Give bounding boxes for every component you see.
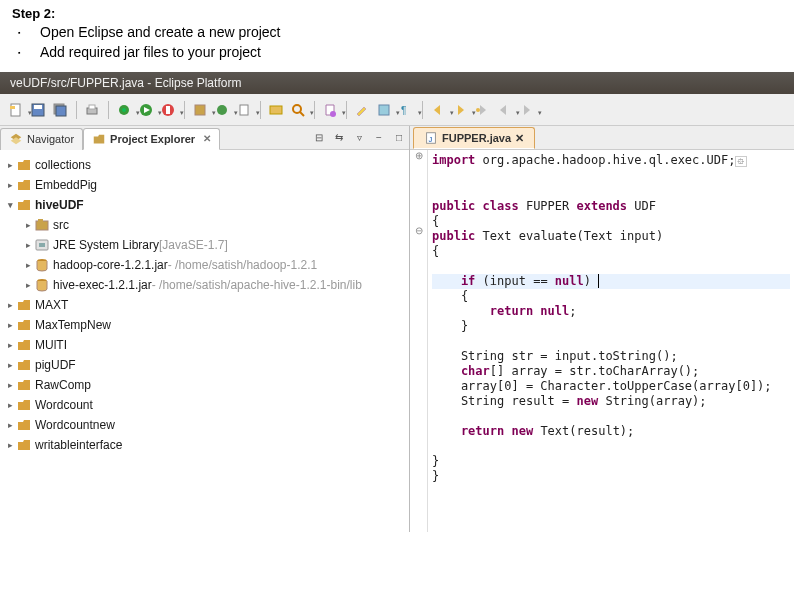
editor-close-icon[interactable]: ✕	[515, 132, 524, 145]
svg-rect-32	[39, 243, 45, 247]
navigator-tab-label: Navigator	[27, 133, 74, 145]
svg-rect-29	[36, 221, 48, 230]
highlight-button[interactable]	[352, 100, 372, 120]
new-type-button[interactable]: ▾	[234, 100, 254, 120]
project-maxt[interactable]: ▸MAXT	[4, 295, 405, 315]
debug-button[interactable]: ▾	[114, 100, 134, 120]
window-titlebar[interactable]: veUDF/src/FUPPER.java - Eclipse Platform	[0, 72, 794, 94]
svg-rect-0	[11, 104, 20, 116]
svg-point-18	[293, 105, 301, 113]
svg-point-20	[330, 111, 336, 117]
project-multi[interactable]: ▸MUlTI	[4, 335, 405, 355]
slide-top-text: Step 2: Open Eclipse and create a new pr…	[0, 0, 794, 72]
svg-point-15	[217, 105, 227, 115]
project-explorer-tab[interactable]: Project Explorer ✕	[83, 128, 220, 150]
project-embeddpig[interactable]: ▸EmbeddPig	[4, 175, 405, 195]
project-rawcomp[interactable]: ▸RawComp	[4, 375, 405, 395]
run-button[interactable]: ▾	[136, 100, 156, 120]
svg-point-26	[476, 108, 480, 112]
open-type-button[interactable]	[266, 100, 286, 120]
svg-marker-23	[434, 105, 440, 115]
link-editor-button[interactable]: ⇆	[331, 130, 347, 146]
left-panel: Navigator Project Explorer ✕ ⊟ ⇆ ▿ − □ ▸…	[0, 126, 410, 532]
last-edit-button[interactable]	[472, 100, 492, 120]
code-area[interactable]: import org.apache.hadoop.hive.ql.exec.UD…	[428, 150, 794, 532]
fold-icon-2[interactable]: ⊖	[410, 225, 427, 240]
collapse-all-button[interactable]: ⊟	[311, 130, 327, 146]
search-button[interactable]: ▾	[288, 100, 308, 120]
window-title: veUDF/src/FUPPER.java - Eclipse Platform	[10, 76, 241, 90]
svg-rect-3	[34, 105, 42, 109]
navigator-icon	[9, 132, 23, 146]
svg-text:¶: ¶	[401, 105, 406, 116]
jar-hive-exec[interactable]: ▸hive-exec-1.2.1.jar - /home/satish/apac…	[22, 275, 405, 295]
project-wordcount[interactable]: ▸Wordcount	[4, 395, 405, 415]
project-explorer-icon	[92, 132, 106, 146]
editor-gutter: ⊕ ⊖	[410, 150, 428, 532]
jar-hadoop-core[interactable]: ▸hadoop-core-1.2.1.jar - /home/satish/ha…	[22, 255, 405, 275]
prev-annotation-button[interactable]: ▾	[494, 100, 514, 120]
ext-tools-button[interactable]: ▾	[158, 100, 178, 120]
project-pigudf[interactable]: ▸pigUDF	[4, 355, 405, 375]
svg-marker-25	[480, 105, 486, 115]
svg-rect-13	[166, 106, 170, 114]
project-explorer-tab-label: Project Explorer	[110, 133, 195, 145]
java-file-icon: J	[424, 131, 438, 145]
svg-marker-24	[458, 105, 464, 115]
save-button[interactable]	[28, 100, 48, 120]
fold-icon[interactable]: ⊕	[410, 150, 427, 165]
annotations-button[interactable]: ▾	[374, 100, 394, 120]
src-folder[interactable]: ▸src	[22, 215, 405, 235]
view-menu-button[interactable]: ▿	[351, 130, 367, 146]
project-hiveudf[interactable]: ▾hiveUDF	[4, 195, 405, 215]
project-maxtempnew[interactable]: ▸MaxTempNew	[4, 315, 405, 335]
svg-marker-28	[524, 105, 530, 115]
svg-rect-1	[10, 106, 15, 109]
jre-library[interactable]: ▸JRE System Library [JavaSE-1.7]	[22, 235, 405, 255]
forward-button[interactable]: ▾	[450, 100, 470, 120]
new-button[interactable]: ▾	[6, 100, 26, 120]
editor-panel: J FUPPER.java ✕ ⊕ ⊖ import org.apache.ha…	[410, 126, 794, 532]
svg-rect-17	[270, 106, 282, 114]
whitespace-button[interactable]: ¶▾	[396, 100, 416, 120]
svg-rect-21	[379, 105, 389, 115]
editor-tab-fupper[interactable]: J FUPPER.java ✕	[413, 127, 535, 149]
next-annotation-button[interactable]: ▾	[516, 100, 536, 120]
svg-text:J: J	[428, 136, 432, 143]
print-button[interactable]	[82, 100, 102, 120]
save-all-button[interactable]	[50, 100, 70, 120]
new-class-button[interactable]: ▾	[212, 100, 232, 120]
eclipse-window: veUDF/src/FUPPER.java - Eclipse Platform…	[0, 72, 794, 532]
minimize-view-button[interactable]: −	[371, 130, 387, 146]
bullet-1: Open Eclipse and create a new project	[18, 23, 782, 43]
maximize-view-button[interactable]: □	[391, 130, 407, 146]
new-package-button[interactable]: ▾	[190, 100, 210, 120]
editor-tab-label: FUPPER.java	[442, 132, 511, 144]
svg-rect-14	[195, 105, 205, 115]
close-icon[interactable]: ✕	[203, 133, 211, 144]
project-writableinterface[interactable]: ▸writableinterface	[4, 435, 405, 455]
open-task-button[interactable]: ▾	[320, 100, 340, 120]
project-tree[interactable]: ▸collections ▸EmbeddPig ▾hiveUDF ▸src ▸J…	[0, 150, 409, 532]
back-button[interactable]: ▾	[428, 100, 448, 120]
svg-marker-27	[500, 105, 506, 115]
bullet-2: Add required jar files to your project	[18, 43, 782, 63]
step-heading: Step 2:	[12, 6, 782, 21]
project-collections[interactable]: ▸collections	[4, 155, 405, 175]
svg-point-9	[122, 108, 126, 112]
svg-rect-5	[56, 106, 66, 116]
main-toolbar: ▾ ▾ ▾ ▾ ▾ ▾ ▾ ▾ ▾ ▾ ¶▾ ▾ ▾ ▾ ▾	[0, 94, 794, 126]
svg-line-19	[300, 112, 304, 116]
svg-rect-30	[38, 219, 43, 222]
svg-rect-7	[89, 105, 95, 109]
svg-rect-16	[240, 105, 248, 115]
project-wordcountnew[interactable]: ▸Wordcountnew	[4, 415, 405, 435]
navigator-tab[interactable]: Navigator	[0, 128, 83, 150]
